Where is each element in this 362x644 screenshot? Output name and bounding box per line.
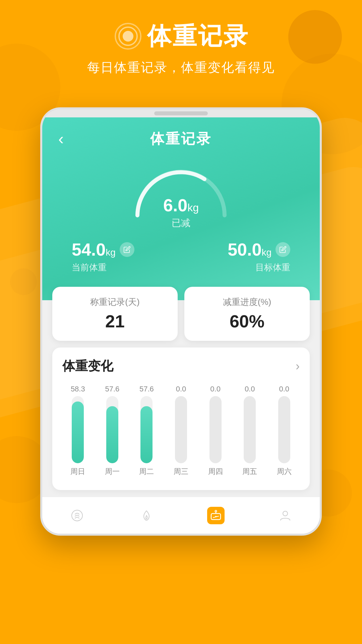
bar-fill-inactive — [175, 396, 187, 463]
weigh-days-label: 称重记录(天) — [90, 296, 139, 308]
bar-value: 0.0 — [176, 385, 186, 393]
current-weight-label: 当前体重 — [72, 262, 107, 273]
bar-fill-active — [140, 406, 153, 463]
bar-value: 0.0 — [245, 385, 255, 393]
bar-fill-active — [72, 401, 84, 463]
progress-label: 减重进度(%) — [223, 296, 271, 308]
bar-track — [106, 396, 118, 463]
svg-point-6 — [215, 510, 217, 512]
deco-circle-6 — [10, 268, 37, 295]
bar-track — [140, 396, 153, 463]
page-title: 体重记录 — [147, 20, 249, 52]
bar-col: 0.0周四 — [200, 385, 231, 477]
bar-day-label: 周日 — [70, 467, 85, 477]
current-weight-value: 54.0kg — [72, 239, 116, 260]
user-icon — [277, 507, 294, 524]
bar-day-label: 周三 — [174, 467, 188, 477]
current-weight-stat: 54.0kg 当前体重 — [72, 239, 134, 273]
weight-stats-row: 54.0kg 当前体重 50.0kg — [58, 239, 304, 273]
phone-notch — [42, 109, 320, 117]
bar-day-label: 周一 — [105, 467, 120, 477]
bar-value: 0.0 — [210, 385, 221, 393]
gauge-label: 已减 — [163, 217, 199, 229]
header-subtitle: 每日体重记录，体重变化看得见 — [87, 59, 275, 76]
bar-col: 57.6周二 — [131, 385, 162, 477]
bar-chart: 58.3周日57.6周一57.6周二0.0周三0.0周四0.0周五0.0周六 — [62, 385, 300, 477]
nav-item-user[interactable] — [277, 507, 294, 524]
teal-header: ‹ 体重记录 6.0kg 已减 — [42, 117, 320, 300]
gauge-value-area: 6.0kg 已减 — [163, 195, 199, 229]
nav-item-fire[interactable] — [138, 507, 155, 524]
chart-title: 体重变化 — [62, 358, 113, 375]
bar-fill-inactive — [278, 396, 290, 463]
bottom-nav — [42, 497, 320, 534]
bar-col: 58.3周日 — [62, 385, 94, 477]
bar-col: 0.0周六 — [268, 385, 300, 477]
phone-notch-bar — [154, 111, 208, 115]
back-button[interactable]: ‹ — [58, 131, 64, 147]
bar-day-label: 周四 — [208, 467, 223, 477]
cards-row: 称重记录(天) 21 减重进度(%) 60% — [42, 287, 320, 341]
bar-fill-inactive — [209, 396, 222, 463]
bar-day-label: 周六 — [277, 467, 292, 477]
bar-fill-inactive — [244, 396, 256, 463]
scale-icon — [207, 507, 225, 524]
bar-track — [244, 396, 256, 463]
bar-fill-active — [106, 406, 118, 463]
bar-track — [209, 396, 222, 463]
app-content: ‹ 体重记录 6.0kg 已减 — [42, 117, 320, 534]
bar-col: 0.0周五 — [234, 385, 265, 477]
nav-item-food[interactable] — [68, 507, 86, 524]
bar-value: 58.3 — [71, 385, 85, 393]
edit-current-weight-button[interactable] — [120, 242, 134, 257]
header-title-row: 体重记录 — [113, 20, 249, 52]
current-weight-value-row: 54.0kg — [72, 239, 134, 260]
chart-card: 体重变化 › 58.3周日57.6周一57.6周二0.0周三0.0周四0.0周五… — [52, 347, 310, 490]
svg-point-9 — [283, 511, 288, 516]
weigh-days-value: 21 — [105, 311, 125, 331]
target-weight-label: 目标体重 — [255, 262, 290, 273]
target-weight-value: 50.0kg — [228, 239, 272, 260]
bar-col: 0.0周三 — [166, 385, 197, 477]
phone-mockup: ‹ 体重记录 6.0kg 已减 — [40, 107, 322, 536]
nav-item-scale[interactable] — [207, 507, 225, 524]
food-icon — [68, 507, 86, 524]
target-weight-stat: 50.0kg 目标体重 — [228, 239, 290, 273]
weigh-days-card: 称重记录(天) 21 — [52, 287, 178, 341]
bar-value: 0.0 — [279, 385, 289, 393]
progress-card: 减重进度(%) 60% — [184, 287, 310, 341]
bar-day-label: 周二 — [139, 467, 154, 477]
bar-day-label: 周五 — [242, 467, 257, 477]
progress-value: 60% — [230, 311, 264, 331]
concentric-icon — [113, 21, 143, 51]
bar-track — [72, 396, 84, 463]
gauge-value: 6.0kg — [163, 195, 199, 215]
svg-point-2 — [123, 31, 133, 42]
bar-value: 57.6 — [139, 385, 154, 393]
teal-nav: ‹ 体重记录 — [58, 129, 304, 148]
bar-col: 57.6周一 — [97, 385, 128, 477]
bar-track — [278, 396, 290, 463]
bar-track — [175, 396, 187, 463]
fire-icon — [138, 507, 155, 524]
chart-more-button[interactable]: › — [296, 359, 300, 373]
svg-point-8 — [215, 516, 217, 517]
teal-page-title: 体重记录 — [150, 129, 212, 148]
edit-target-weight-button[interactable] — [276, 242, 290, 257]
gauge-container: 6.0kg 已减 — [58, 155, 304, 229]
target-weight-value-row: 50.0kg — [228, 239, 290, 260]
chart-header: 体重变化 › — [62, 358, 300, 375]
bar-value: 57.6 — [105, 385, 119, 393]
